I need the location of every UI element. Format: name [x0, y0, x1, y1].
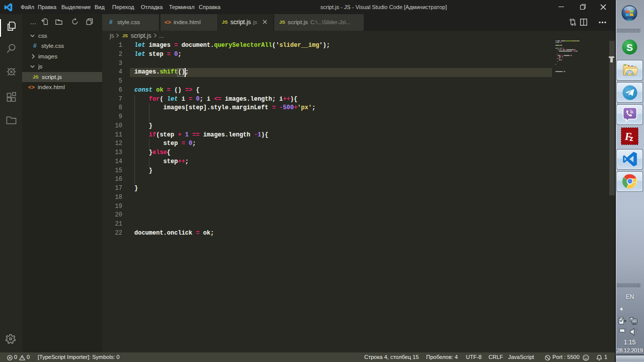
svg-text:S: S — [626, 42, 633, 53]
svg-text:z: z — [629, 134, 633, 142]
